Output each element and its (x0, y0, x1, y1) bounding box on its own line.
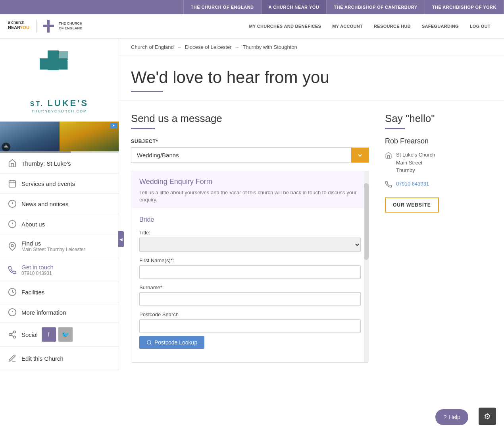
address-text: St Luke's Church Main Street Thurnby (396, 151, 435, 174)
calendar-icon (8, 179, 17, 188)
svg-point-28 (9, 333, 12, 336)
phone-icon (8, 266, 17, 275)
about-icon (8, 220, 17, 228)
map-pin-icon (8, 242, 17, 251)
breadcrumb-coe[interactable]: Church of England (131, 44, 174, 50)
second-nav: a church NEAR YOU THE CHURCHOF ENGLAND M… (0, 14, 504, 39)
sidebar-collapse-button[interactable]: ◀ (118, 231, 124, 247)
help-question-icon: ? (443, 414, 446, 420)
photo-scroll-bar (0, 151, 119, 153)
sidebar-label-news: News and notices (21, 201, 68, 207)
sidebar-item-home[interactable]: Thurnby: St Luke's (0, 153, 119, 174)
search-icon (146, 340, 152, 345)
sidebar-label-services: Services and events (21, 180, 75, 187)
content-area: Church of England → Diocese of Leicester… (119, 39, 504, 437)
social-buttons: f 🐦 (42, 327, 73, 342)
facebook-button[interactable]: f (42, 327, 56, 342)
title-select[interactable]: Miss Ms Mrs Mr Dr (139, 238, 361, 252)
topnav-church-of-england[interactable]: THE CHURCH OF ENGLAND (183, 0, 262, 14)
subject-select-wrapper (131, 147, 369, 163)
sidebar-label-about: About us (21, 221, 45, 228)
say-hello-title: Say "hello" (385, 112, 472, 125)
title-label: Title: (139, 230, 361, 236)
breadcrumb-arrow-2: → (235, 44, 239, 50)
surname-field: Surname*: (139, 284, 361, 306)
svg-rect-12 (9, 181, 16, 188)
our-website-button[interactable]: OUR WEBSITE (385, 197, 439, 213)
church-photo-2[interactable]: ✦ (60, 122, 119, 153)
breadcrumb-arrow-1: → (177, 44, 182, 50)
church-name: ST. LUKE'S (30, 98, 88, 108)
nav-logout[interactable]: LOG OUT (464, 21, 496, 32)
sidebar-item-facilities[interactable]: Facilities (0, 282, 119, 302)
subject-input[interactable] (131, 148, 351, 162)
svg-line-33 (150, 344, 152, 345)
wedding-form-box: Wedding Enquiry Form Tell us a little ab… (131, 171, 369, 363)
topnav-church-near-you[interactable]: A CHURCH NEAR YOU (262, 0, 327, 14)
sidebar-item-moreinfo[interactable]: More information (0, 302, 119, 323)
phone-link[interactable]: 07910 843931 (396, 180, 429, 188)
contact-name: Rob Frearson (385, 137, 472, 145)
sidebar-item-about[interactable]: About us (0, 214, 119, 234)
twitter-button[interactable]: 🐦 (58, 327, 73, 342)
help-label: Help (449, 414, 460, 420)
sidebar-item-findus[interactable]: Find us Main Street Thurnby Leicester (0, 234, 119, 258)
sidebar-label-getintouch: Get in touch 07910 843931 (21, 264, 54, 276)
easter-badge: ✦ (110, 123, 117, 128)
settings-button[interactable]: ⚙ (479, 408, 496, 425)
sidebar-item-news[interactable]: News and notices (0, 194, 119, 214)
topnav-archbishop-york[interactable]: THE ARCHBISHOP OF YORK (425, 0, 504, 14)
breadcrumb-diocese[interactable]: Diocese of Leicester (185, 44, 232, 50)
top-nav: THE CHURCH OF ENGLAND A CHURCH NEAR YOU … (0, 0, 504, 14)
church-photo-1[interactable]: 👁 (0, 122, 60, 153)
subject-dropdown-button[interactable] (351, 148, 369, 162)
page-header: We'd love to hear from you (119, 56, 504, 101)
help-button[interactable]: ? Help (435, 409, 468, 425)
breadcrumb: Church of England → Diocese of Leicester… (119, 39, 504, 56)
sidebar-label-facilities: Facilities (21, 289, 44, 296)
nav-resource-hub[interactable]: RESOURCE HUB (368, 21, 416, 32)
svg-rect-11 (59, 61, 68, 70)
breadcrumb-church[interactable]: Thurnby with Stoughton (242, 44, 297, 50)
contact-address: St Luke's Church Main Street Thurnby (385, 151, 472, 174)
say-hello-underline (385, 128, 405, 129)
contact-phone: 07910 843931 (385, 180, 472, 188)
form-section-title: Send us a message (131, 112, 369, 125)
logo[interactable]: a church NEAR YOU THE CHURCHOF ENGLAND (8, 18, 83, 34)
sidebar-item-social: Social f 🐦 (0, 323, 119, 347)
topnav-archbishop-canterbury[interactable]: THE ARCHBISHOP OF CANTERBURY (327, 0, 425, 14)
svg-point-32 (147, 340, 151, 344)
nav-my-account[interactable]: MY ACCOUNT (327, 21, 368, 32)
postcode-lookup-button[interactable]: Postcode Lookup (139, 336, 204, 349)
postcode-input[interactable] (139, 319, 361, 333)
newspaper-icon (8, 199, 17, 208)
sidebar-label-editchurch: Edit this Church (21, 355, 63, 362)
say-hello-section: Say "hello" Rob Frearson St Luke's Churc… (385, 112, 472, 363)
gear-icon: ⚙ (484, 412, 491, 421)
more-info-icon (8, 308, 17, 317)
bride-section-title: Bride (139, 216, 361, 223)
facilities-icon (8, 288, 17, 296)
coe-logo-text: THE CHURCHOF ENGLAND (59, 21, 83, 31)
svg-point-22 (11, 244, 13, 247)
svg-line-31 (11, 333, 13, 334)
svg-rect-9 (48, 61, 58, 70)
wedding-form-scrollbar[interactable] (364, 171, 369, 362)
surname-label: Surname*: (139, 284, 361, 290)
wedding-form-header: Wedding Enquiry Form Tell us a little ab… (131, 171, 369, 208)
sidebar-item-getintouch[interactable]: Get in touch 07910 843931 (0, 258, 119, 282)
share-icon (8, 330, 17, 339)
photo-eye-icon: 👁 (2, 143, 10, 151)
contact-phone-icon (385, 181, 392, 188)
sidebar-wrapper: ST. LUKE'S THURNBYCHURCH.COM 👁 ✦ (0, 39, 119, 437)
nav-my-churches[interactable]: MY CHURCHES AND BENEFICES (243, 21, 327, 32)
sidebar-item-services[interactable]: Services and events (0, 174, 119, 194)
svg-line-30 (11, 335, 13, 336)
surname-input[interactable] (139, 292, 361, 306)
firstname-input[interactable] (139, 265, 361, 279)
sidebar-label-findus: Find us Main Street Thurnby Leicester (21, 240, 85, 252)
sidebar-nav: Thurnby: St Luke's Services and events (0, 153, 119, 370)
acny-logo-icon: a church NEAR YOU (8, 18, 30, 34)
sidebar-item-editchurch[interactable]: Edit this Church (0, 347, 119, 370)
nav-safeguarding[interactable]: SAFEGUARDING (416, 21, 464, 32)
